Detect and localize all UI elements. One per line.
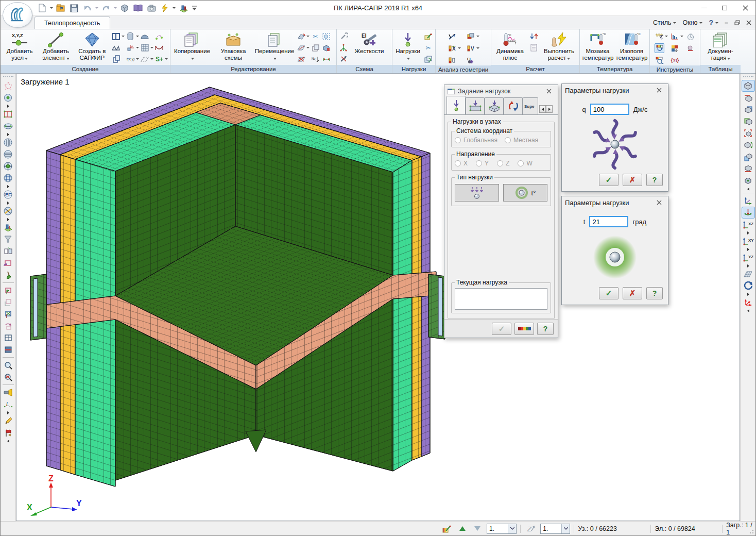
fragment-polygon-button[interactable] (2, 80, 15, 92)
apply-button-disabled[interactable]: ✓ (492, 323, 511, 335)
menu-help[interactable]: ? (708, 18, 719, 28)
pencil-edit-button[interactable] (2, 415, 15, 427)
save-button[interactable] (68, 3, 80, 14)
x-check-dropdown[interactable] (458, 47, 461, 49)
stiffness-button[interactable]: EI Жесткости (351, 31, 388, 55)
cut-loads-icon[interactable]: ✂ (423, 43, 433, 53)
load-parameters-dialog-t[interactable]: Параметры нагрузки t град (561, 196, 668, 305)
temperature-load-button[interactable]: t° (503, 184, 547, 202)
flag-restore-button[interactable] (2, 308, 15, 320)
redo-dropdown[interactable] (114, 7, 117, 9)
combo-dropdown-icon[interactable] (508, 524, 516, 533)
heat-flow-load-button[interactable] (455, 184, 499, 202)
fxy-surface-icon[interactable]: f(x,y) (126, 54, 135, 64)
colorscale-rotate-icon[interactable] (655, 43, 664, 53)
view-right-button[interactable] (742, 139, 755, 151)
radio-global[interactable]: Глобальная (455, 137, 497, 144)
pack-scheme-button[interactable]: Упаковка схемы (214, 31, 253, 61)
select-plates-horizontal-button[interactable] (2, 148, 15, 160)
arch-icon[interactable] (154, 43, 164, 53)
building-frame-icon[interactable] (111, 54, 121, 64)
copy-loads-icon[interactable] (423, 54, 433, 64)
projection-xz-button[interactable]: XZ (742, 219, 755, 230)
frame-rod-icon[interactable] (111, 31, 121, 41)
projection-xy-button[interactable]: XY (742, 235, 755, 247)
flyout-chevron[interactable] (742, 292, 755, 296)
import-export-icon[interactable] (529, 31, 539, 41)
mesh-grid-dropdown[interactable] (150, 47, 153, 48)
close-button[interactable] (735, 1, 755, 15)
help-button[interactable]: ? (646, 174, 663, 186)
splus-dropdown[interactable] (165, 58, 168, 60)
select-mesh-button[interactable] (2, 172, 15, 184)
minimize-button[interactable] (694, 1, 714, 15)
triad-standard-button[interactable] (742, 195, 755, 207)
node-links-icon[interactable] (339, 43, 349, 53)
cancel-button[interactable]: ✗ (623, 287, 642, 299)
ok-button[interactable]: ✓ (599, 287, 618, 299)
edit-loadcase-button[interactable] (441, 523, 453, 534)
cylinder-icon[interactable] (126, 31, 135, 41)
view-axonometry-button[interactable] (742, 175, 755, 187)
cancel-button[interactable]: ✗ (623, 174, 642, 186)
radio-dir-x[interactable]: X (455, 160, 468, 167)
rotate-plate-dropdown[interactable] (306, 36, 310, 37)
customize-toolbar-button[interactable] (191, 3, 197, 14)
menu-window[interactable]: Окно (681, 18, 703, 27)
flyout-chevron-collapse[interactable] (742, 187, 755, 191)
help-button[interactable]: ? (537, 323, 554, 335)
ribbon-minimize-button[interactable]: – (724, 18, 729, 27)
documentation-button[interactable]: Докумен-тация (703, 31, 738, 61)
dialog-close-icon[interactable] (543, 86, 555, 96)
plane-hatch-dropdown[interactable] (150, 58, 153, 60)
tab-teploprovodnost[interactable]: Теплопроводность (35, 16, 110, 29)
flyout-chevron[interactable] (2, 184, 15, 189)
flyout-chevron[interactable] (2, 410, 15, 415)
model-viewport[interactable]: Загружение 1 (16, 74, 740, 521)
maximize-button[interactable] (714, 1, 735, 15)
param-t-titlebar[interactable]: Параметры нагрузки (562, 196, 668, 209)
wrench-icon[interactable] (339, 31, 349, 41)
expression-icon[interactable]: {?!} (670, 55, 680, 65)
edit-loads-icon[interactable] (423, 31, 433, 41)
select-node-sphere-button[interactable] (2, 92, 15, 104)
mode-combo[interactable]: 1. (540, 524, 570, 534)
scissors-icon[interactable]: ✂ (311, 31, 320, 41)
search-scale-icon[interactable] (655, 55, 664, 65)
toolbar-drag-handle[interactable] (3, 76, 13, 78)
flyout-chevron[interactable] (742, 263, 755, 268)
triad-free-rotate-button[interactable] (742, 207, 755, 219)
v-check-icon[interactable]: V (466, 43, 476, 53)
mirror-plane-icon[interactable] (296, 43, 306, 53)
app-logo-button[interactable] (3, 2, 32, 28)
view-isometric-button[interactable] (742, 80, 755, 92)
flyout-chevron[interactable] (2, 132, 15, 137)
add-node-button[interactable]: X,Y,Z Добавить узел (3, 31, 37, 61)
radio-dir-y[interactable]: Y (476, 160, 489, 167)
select-frame-nodes-button[interactable] (2, 108, 15, 120)
create-in-sapfir-button[interactable]: Создать в САПФИР (75, 31, 109, 61)
move-button[interactable]: Перемещение (255, 31, 294, 61)
dynamics-plus-button[interactable]: °Ct Динамика плюс (493, 31, 527, 61)
triad-uvw-button[interactable] (742, 296, 755, 308)
cursor-info-dropdown[interactable] (665, 36, 668, 37)
view-corner-button[interactable] (742, 151, 755, 163)
v-check-dropdown[interactable] (476, 47, 479, 49)
filter-button[interactable] (2, 233, 15, 245)
dialog-close-icon[interactable] (654, 197, 665, 208)
presentation-3d-button[interactable] (2, 222, 15, 233)
dome-icon[interactable] (140, 31, 150, 41)
param-q-input[interactable] (590, 104, 629, 115)
view-front-button[interactable] (742, 104, 755, 115)
dialog-close-icon[interactable] (654, 85, 665, 95)
help-button[interactable]: ? (646, 287, 663, 299)
splus-icon[interactable]: S+ (154, 54, 164, 64)
open-file-button[interactable] (55, 3, 66, 14)
new-document-button[interactable] (37, 3, 48, 14)
frame-partial-button[interactable] (2, 332, 15, 344)
unselect-button[interactable] (2, 205, 15, 217)
delete-plane-icon[interactable] (296, 54, 306, 64)
mirror-plane-dropdown[interactable] (306, 47, 310, 48)
zoom-in-button[interactable] (2, 359, 15, 371)
histogram-icon[interactable] (670, 31, 680, 41)
